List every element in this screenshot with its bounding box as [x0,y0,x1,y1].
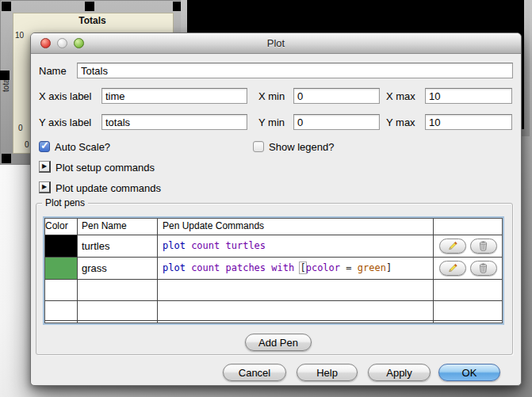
cancel-button[interactable]: Cancel [223,364,286,381]
empty-cell [45,301,78,320]
show-legend-checkbox[interactable] [253,141,264,152]
empty-cell [434,301,502,320]
selection-handle[interactable] [2,2,11,11]
show-legend-label: Show legend? [269,141,334,153]
pens-table: ColorPen NamePen Update Commands turtles… [43,216,504,325]
close-button[interactable] [40,38,51,48]
trash-icon [478,241,488,251]
name-label: Name [39,65,67,77]
empty-cell [45,321,78,323]
pen-row[interactable]: turtlesplot count turtles [45,235,502,258]
plot-widget-title: Totals [13,15,172,26]
x-max-input[interactable] [425,88,512,104]
plot-pens-group: Plot pens ColorPen NamePen Update Comman… [36,203,513,355]
minimize-button[interactable] [57,38,67,48]
code-token: = [346,262,351,273]
plot-update-commands-label: Plot update commands [55,182,161,194]
trash-icon [478,263,488,273]
delete-pen-button[interactable] [470,239,497,254]
code-token: with [271,262,294,273]
selection-handle[interactable] [2,154,11,163]
empty-cell [158,301,434,320]
pens-grid: ColorPen NamePen Update Commands turtles… [44,218,503,323]
empty-cell [45,280,78,300]
pens-table-header: ColorPen NamePen Update Commands [45,219,502,235]
pens-column-header [434,219,502,235]
x-axis-label-input[interactable] [101,88,247,104]
empty-cell [434,280,502,300]
empty-cell [158,321,434,323]
pen-update-command-cell[interactable]: plot count turtles [158,235,434,257]
y-axis-label-label: Y axis label [39,116,91,128]
help-button[interactable]: Help [297,364,358,381]
empty-cell [434,321,502,323]
y-min-input[interactable] [293,114,380,130]
x-axis-label-label: X axis label [39,90,91,102]
plot-dialog: Plot Name X axis label X min X max Y axi… [30,32,522,386]
empty-cell [158,280,434,300]
code-token: patches [226,262,266,273]
dialog-titlebar[interactable]: Plot [31,33,521,54]
empty-pen-row[interactable] [45,280,502,301]
y-max-label: Y max [386,116,415,128]
plot-y-min-tick: 0 [18,124,23,132]
code-token: green [358,262,386,273]
code-token: [ [300,262,305,273]
auto-scale-checkbox[interactable] [39,141,50,152]
y-max-input[interactable] [425,114,512,130]
pen-color-swatch[interactable] [45,258,77,279]
x-max-label: X max [386,90,415,102]
x-min-input[interactable] [293,88,380,104]
apply-button[interactable]: Apply [368,364,431,381]
y-axis-label-input[interactable] [101,114,247,130]
plot-setup-disclosure-button[interactable] [39,161,51,173]
x-min-label: X min [258,90,285,102]
code-token: count [191,240,220,251]
code-token: pcolor [306,262,340,273]
empty-cell [78,301,158,320]
code-token: ] [386,262,392,273]
pen-name-cell[interactable]: turtles [78,235,158,257]
empty-cell [78,280,158,300]
pen-row[interactable]: grassplot count patches with [pcolor = g… [45,258,502,280]
plot-pens-group-label: Plot pens [42,197,88,208]
pen-name-cell[interactable]: grass [78,258,158,279]
pencil-icon [447,263,457,273]
delete-pen-button[interactable] [470,261,497,276]
code-token: plot [163,262,186,273]
pen-color-swatch[interactable] [45,235,77,257]
plot-setup-commands-label: Plot setup commands [55,162,155,174]
ok-button[interactable]: OK [438,364,500,381]
zoom-button[interactable] [74,38,84,48]
dialog-title: Plot [31,33,521,53]
pens-column-header: Pen Update Commands [158,219,434,235]
pens-column-header: Pen Name [78,219,158,235]
selection-handle[interactable] [0,71,10,80]
edit-pen-button[interactable] [439,239,466,254]
screen: Totals 10 totals 0 0 Plot Name X axis la… [0,0,532,397]
plot-update-disclosure-button[interactable] [39,181,51,193]
auto-scale-label: Auto Scale? [55,141,110,153]
code-token: plot [163,240,186,251]
empty-pen-row[interactable] [45,301,502,321]
pencil-icon [447,241,457,251]
selection-handle[interactable] [85,2,94,11]
edit-pen-button[interactable] [439,261,466,276]
plot-x-min-tick: 0 [25,140,29,149]
empty-pen-row[interactable] [45,321,502,323]
empty-cell [78,321,158,323]
y-min-label: Y min [258,116,285,128]
pens-column-header: Color [45,219,78,235]
code-token: count [191,262,220,273]
code-token: turtles [226,240,266,251]
add-pen-button[interactable]: Add Pen [245,334,312,351]
plot-y-max-tick: 10 [15,31,24,40]
name-input[interactable] [77,63,513,78]
pen-update-command-cell[interactable]: plot count patches with [pcolor = green] [158,258,434,279]
